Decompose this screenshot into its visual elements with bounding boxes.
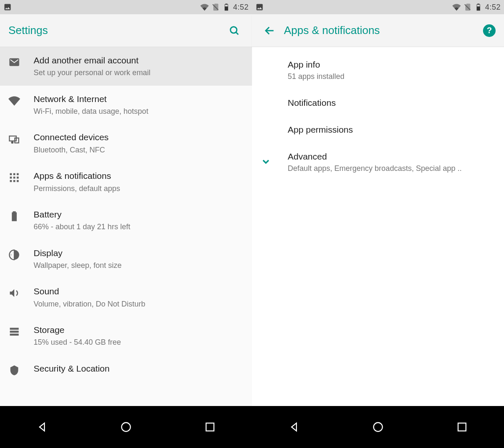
apps-row-advanced[interactable]: AdvancedDefault apps, Emergency broadcas… — [252, 143, 504, 181]
battery-icon — [8, 209, 34, 222]
right-title: Apps & notifications — [284, 24, 483, 37]
row-text: Battery66% - about 1 day 21 hrs left — [34, 209, 244, 232]
row-text: Network & InternetWi-Fi, mobile, data us… — [34, 93, 244, 117]
no-sim-icon — [211, 3, 220, 11]
svg-point-1 — [231, 26, 237, 33]
row-text: Apps & notificationsPermissions, default… — [34, 170, 244, 194]
row-title: Network & Internet — [34, 93, 244, 105]
svg-rect-6 — [10, 173, 12, 176]
svg-rect-9 — [10, 177, 12, 179]
row-title: App info — [288, 60, 496, 70]
svg-rect-15 — [10, 328, 19, 330]
apps-row-app-permissions[interactable]: App permissions — [252, 116, 504, 143]
svg-rect-8 — [17, 173, 19, 176]
chevron-down-icon — [260, 156, 271, 169]
row-subtitle: 66% - about 1 day 21 hrs left — [34, 222, 244, 232]
row-title: Storage — [34, 324, 244, 336]
settings-row-display[interactable]: DisplayWallpaper, sleep, font size — [0, 240, 252, 278]
row-text: DisplayWallpaper, sleep, font size — [34, 247, 244, 271]
devices-icon — [8, 131, 34, 145]
row-subtitle: Wi-Fi, mobile, data usage, hotspot — [34, 107, 244, 116]
wifi-icon — [8, 93, 34, 107]
row-subtitle: Default apps, Emergency broadcasts, Spec… — [288, 164, 496, 173]
apps-row-notifications[interactable]: Notifications — [252, 89, 504, 116]
svg-point-20 — [122, 423, 131, 432]
row-subtitle: 51 apps installed — [288, 72, 496, 81]
svg-rect-11 — [17, 177, 19, 179]
right-pane: 4:52 Apps & notifications ? App info51 a… — [252, 0, 504, 406]
settings-row-sound[interactable]: SoundVolume, vibration, Do Not Disturb — [0, 278, 252, 317]
apps-notifications-list: App info51 apps installedNotificationsAp… — [252, 47, 504, 406]
nav-home-icon[interactable] — [118, 419, 134, 435]
nav-recent-icon[interactable] — [202, 419, 218, 435]
storage-icon — [8, 324, 34, 338]
left-scroll-area[interactable]: Add another email accountSet up your per… — [0, 47, 252, 406]
display-icon — [8, 247, 34, 261]
svg-rect-16 — [10, 331, 19, 333]
svg-point-22 — [374, 423, 383, 432]
settings-row-security[interactable]: Security & Location — [0, 355, 252, 385]
nav-back-icon[interactable] — [34, 419, 50, 435]
back-icon[interactable] — [260, 21, 279, 40]
nav-bar — [0, 406, 504, 448]
row-subtitle: Volume, vibration, Do Not Disturb — [34, 299, 244, 309]
row-subtitle: Set up your personal or work email — [34, 68, 244, 78]
row-subtitle: Permissions, default apps — [34, 184, 244, 194]
svg-rect-0 — [225, 5, 228, 6]
row-text: Add another email accountSet up your per… — [34, 55, 244, 78]
row-title: Notifications — [288, 98, 496, 108]
left-pane: 4:52 Settings Add another email accountS… — [0, 0, 252, 406]
row-text: Storage15% used - 54.40 GB free — [34, 324, 244, 348]
nav-recent-icon[interactable] — [454, 419, 470, 435]
row-title: Advanced — [288, 152, 496, 162]
help-icon[interactable]: ? — [483, 24, 496, 37]
wifi-status-icon — [452, 3, 461, 11]
row-title: Apps & notifications — [34, 170, 244, 182]
security-icon — [8, 363, 34, 376]
row-subtitle: Wallpaper, sleep, font size — [34, 261, 244, 270]
app-root: 4:52 Settings Add another email accountS… — [0, 0, 504, 448]
gmail-icon — [8, 55, 34, 68]
no-sim-icon — [463, 3, 472, 11]
row-title: Sound — [34, 286, 244, 297]
battery-status-icon — [222, 3, 231, 11]
status-bar: 4:52 — [252, 0, 504, 14]
svg-rect-21 — [206, 423, 214, 431]
left-app-bar: Settings — [0, 14, 252, 47]
row-title: Connected devices — [34, 131, 244, 143]
svg-rect-23 — [458, 423, 466, 431]
apps-row-app-info[interactable]: App info51 apps installed — [252, 51, 504, 89]
battery-status-icon — [474, 3, 483, 11]
nav-home-icon[interactable] — [370, 419, 386, 435]
status-bar: 4:52 — [0, 0, 252, 14]
svg-rect-10 — [13, 177, 16, 179]
settings-row-storage[interactable]: Storage15% used - 54.40 GB free — [0, 317, 252, 355]
svg-rect-17 — [10, 334, 19, 336]
settings-row-apps[interactable]: Apps & notificationsPermissions, default… — [0, 162, 252, 201]
row-title: Battery — [34, 209, 244, 220]
sound-icon — [8, 286, 34, 299]
svg-line-2 — [236, 32, 239, 34]
row-text: Security & Location — [34, 363, 244, 375]
picture-icon — [255, 3, 264, 11]
svg-rect-18 — [477, 5, 480, 6]
svg-rect-7 — [13, 173, 16, 176]
search-icon[interactable] — [225, 21, 244, 40]
svg-rect-14 — [17, 180, 19, 182]
row-subtitle: 15% used - 54.40 GB free — [34, 338, 244, 347]
apps-icon — [8, 170, 34, 183]
settings-row-gmail[interactable]: Add another email accountSet up your per… — [0, 47, 252, 86]
svg-rect-12 — [10, 180, 12, 182]
status-clock: 4:52 — [233, 3, 249, 12]
wifi-status-icon — [200, 3, 209, 11]
status-clock: 4:52 — [485, 3, 501, 12]
settings-row-wifi[interactable]: Network & InternetWi-Fi, mobile, data us… — [0, 86, 252, 124]
right-scroll-area[interactable]: App info51 apps installedNotificationsAp… — [252, 47, 504, 406]
svg-point-5 — [12, 142, 13, 144]
row-subtitle: Bluetooth, Cast, NFC — [34, 145, 244, 155]
row-title: Add another email account — [34, 55, 244, 66]
left-title: Settings — [8, 24, 222, 37]
nav-back-icon[interactable] — [286, 419, 302, 435]
settings-row-devices[interactable]: Connected devicesBluetooth, Cast, NFC — [0, 124, 252, 162]
settings-row-battery[interactable]: Battery66% - about 1 day 21 hrs left — [0, 201, 252, 240]
